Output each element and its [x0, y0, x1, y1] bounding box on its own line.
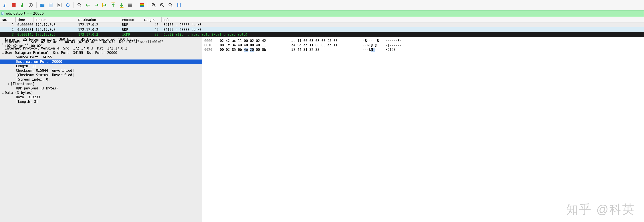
- svg-rect-18: [140, 6, 144, 7]
- hex-row[interactable]: 002000 02 85 6b 4e 20 00 0b58 44 31 32 3…: [204, 48, 642, 52]
- options-icon[interactable]: [27, 1, 35, 9]
- expander-icon[interactable]: ›: [1, 38, 5, 42]
- tree-item[interactable]: ⌄Data (3 bytes): [0, 90, 202, 95]
- zoom-reset-icon[interactable]: 1: [166, 1, 174, 9]
- tree-item-label: Length: 11: [16, 64, 36, 68]
- display-filter-bar: [0, 10, 644, 17]
- bookmark-icon[interactable]: [0, 10, 5, 17]
- svg-rect-17: [140, 5, 144, 6]
- hex-bytes: 02 42 ac 11 00 02 02 42: [220, 39, 286, 43]
- save-icon[interactable]: [47, 1, 55, 9]
- svg-rect-4: [50, 3, 52, 4]
- tree-item[interactable]: [Checksum Status: Unverified]: [0, 73, 202, 77]
- packet-details-tree[interactable]: ›Frame 1: 45 bytes on wire (360 bits), 4…: [0, 37, 202, 222]
- col-header-length[interactable]: Length: [142, 17, 162, 22]
- colorize-icon[interactable]: [138, 1, 146, 9]
- packet-list-header[interactable]: No. Time Source Destination Protocol Len…: [0, 17, 644, 22]
- goto-icon[interactable]: [101, 1, 109, 9]
- expander-icon[interactable]: ›: [1, 46, 5, 50]
- hex-ascii: ······E·: [386, 39, 403, 43]
- tree-item[interactable]: [Stream index: 0]: [0, 77, 202, 82]
- tree-item[interactable]: Source Port: 34155: [0, 55, 202, 60]
- tree-item-label: [Stream index: 0]: [16, 78, 50, 82]
- find-icon[interactable]: [76, 1, 84, 9]
- last-icon[interactable]: [118, 1, 126, 9]
- next-icon[interactable]: [92, 1, 100, 9]
- packet-row[interactable]: 30.000145172.17.0.2172.17.0.3ICMP73Desti…: [0, 32, 644, 37]
- col-header-dest[interactable]: Destination: [76, 17, 120, 22]
- packet-bytes-hex[interactable]: 000002 42 ac 11 00 02 02 42ac 11 00 03 0…: [202, 37, 644, 222]
- zoom-out-icon[interactable]: [158, 1, 166, 9]
- separator: [74, 2, 74, 8]
- tree-item[interactable]: ›Ethernet II, Src: 02:42:ac:11:00:03 (02…: [0, 42, 202, 46]
- tree-item-label: User Datagram Protocol, Src Port: 34155,…: [5, 51, 117, 55]
- hex-ascii: ·]······: [386, 43, 403, 47]
- reload-icon[interactable]: [64, 1, 72, 9]
- col-header-protocol[interactable]: Protocol: [120, 17, 142, 22]
- restart-icon[interactable]: [18, 1, 26, 9]
- col-header-source[interactable]: Source: [34, 17, 76, 22]
- stop-icon[interactable]: [10, 1, 18, 9]
- svg-line-7: [80, 6, 82, 7]
- hex-bytes: 00 1f 3e 49 40 00 40 11: [220, 43, 286, 47]
- toolbar: 1: [0, 0, 644, 10]
- expander-icon[interactable]: ⌄: [1, 51, 5, 55]
- tree-item-label: Data: 313233: [16, 95, 40, 99]
- prev-icon[interactable]: [84, 1, 92, 9]
- tree-item[interactable]: Checksum: 0x5844 [unverified]: [0, 68, 202, 73]
- tree-item[interactable]: ›[Timestamps]: [0, 82, 202, 86]
- first-icon[interactable]: [109, 1, 117, 9]
- col-header-no[interactable]: No.: [0, 17, 16, 22]
- col-header-info[interactable]: Info: [162, 17, 644, 22]
- packet-row[interactable]: 20.000081172.17.0.3172.17.0.2UDP4534155 …: [0, 27, 644, 32]
- tree-item-label: Checksum: 0x5844 [unverified]: [16, 68, 74, 72]
- hex-bytes: ac 11 00 03 08 00 45 00: [291, 39, 358, 43]
- tree-item-label: Source Port: 34155: [16, 55, 52, 59]
- svg-line-24: [163, 6, 164, 7]
- svg-rect-0: [12, 3, 16, 7]
- hex-row[interactable]: 000002 42 ac 11 00 02 02 42ac 11 00 03 0…: [204, 39, 642, 43]
- hex-offset: 0020: [204, 48, 215, 52]
- svg-rect-15: [140, 3, 144, 4]
- tree-item[interactable]: UDP payload (3 bytes): [0, 86, 202, 90]
- fin-icon[interactable]: [1, 1, 9, 9]
- tree-item-label: Internet Protocol Version 4, Src: 172.17…: [5, 46, 127, 50]
- tree-item[interactable]: Data: 313233: [0, 95, 202, 100]
- svg-line-27: [171, 6, 172, 7]
- hex-offset: 0000: [204, 39, 215, 43]
- hex-ascii: ···kN ··: [363, 48, 381, 52]
- zoom-in-icon[interactable]: [150, 1, 158, 9]
- tree-item[interactable]: Length: 11: [0, 64, 202, 68]
- hex-ascii: XD123: [386, 48, 403, 52]
- expander-icon[interactable]: ›: [7, 82, 11, 86]
- tree-item-label: [Checksum Status: Unverified]: [16, 73, 74, 77]
- packet-list: No. Time Source Destination Protocol Len…: [0, 17, 644, 37]
- separator: [136, 2, 136, 8]
- tree-item[interactable]: ⌄User Datagram Protocol, Src Port: 34155…: [0, 50, 202, 55]
- close-icon[interactable]: [55, 1, 63, 9]
- open-icon[interactable]: [38, 1, 46, 9]
- svg-point-2: [30, 4, 31, 6]
- tree-item[interactable]: [Length: 3]: [0, 100, 202, 104]
- separator: [36, 2, 37, 8]
- svg-text:1: 1: [169, 4, 170, 6]
- tree-item-label: [Length: 3]: [16, 100, 38, 104]
- col-header-time[interactable]: Time: [16, 17, 34, 22]
- svg-rect-16: [140, 4, 144, 5]
- tree-item-label: Destination Port: 20000: [16, 60, 62, 64]
- tree-item-label: [Timestamps]: [11, 82, 35, 86]
- packet-row[interactable]: 10.000000172.17.0.3172.17.0.2UDP4534155 …: [0, 22, 644, 27]
- display-filter-input[interactable]: [5, 11, 644, 16]
- autoscroll-icon[interactable]: [126, 1, 134, 9]
- hex-row[interactable]: 001000 1f 3e 49 40 00 40 11a4 5d ac 11 0…: [204, 43, 642, 48]
- expander-icon[interactable]: ›: [1, 42, 5, 46]
- hex-offset: 0010: [204, 43, 215, 47]
- expander-icon[interactable]: ⌄: [1, 91, 5, 95]
- tree-item-label: Data (3 bytes): [5, 91, 33, 95]
- resize-cols-icon[interactable]: [175, 1, 183, 9]
- svg-point-6: [78, 3, 80, 6]
- hex-ascii: ··>I@·@·: [363, 43, 381, 47]
- hex-bytes: 58 44 31 32 33: [291, 48, 358, 52]
- svg-line-20: [154, 6, 156, 7]
- tree-item-selected[interactable]: Destination Port: 20000: [0, 60, 202, 64]
